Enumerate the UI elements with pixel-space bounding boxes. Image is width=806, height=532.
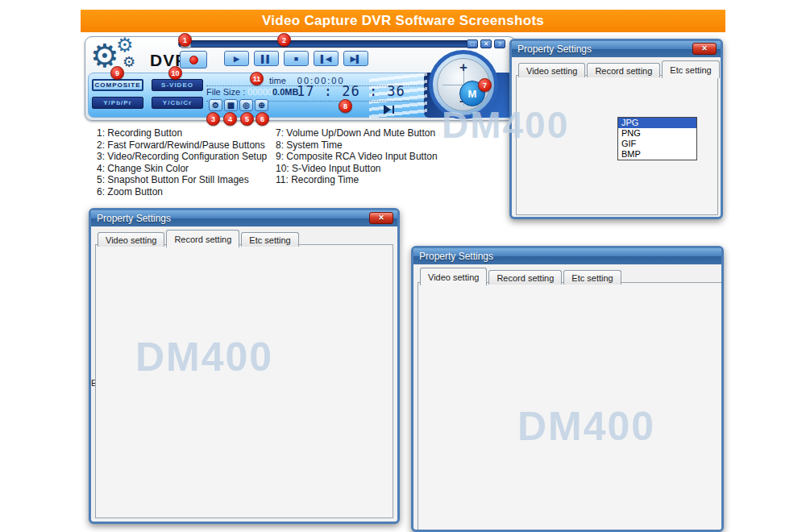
tab-video-setting[interactable]: Video setting	[98, 232, 164, 247]
legend-item: 10: S-Video Input Button	[276, 163, 438, 175]
legend-item: 3: Video/Recording Configuration Setup	[97, 151, 267, 163]
callout-6: 6	[256, 112, 269, 126]
file-size-zeros: 00000	[247, 87, 272, 97]
tab-etc-setting[interactable]: Etc setting	[662, 60, 719, 78]
option-gif[interactable]: GIF	[618, 139, 696, 149]
system-time: 17 : 26 : 36	[297, 83, 405, 99]
property-settings-video-window: Property Settings Video settingRecord se…	[411, 246, 724, 532]
legend-right-column: 7: Volume Up/Down And Mute Button 8: Sys…	[276, 127, 438, 186]
window-title: Property Settings	[419, 251, 493, 262]
rewind-button[interactable]: ▌◀	[314, 51, 339, 66]
record-icon	[189, 56, 198, 64]
transport-controls: ▶ ▌▌ ■ ▌◀ ▶▌	[224, 51, 451, 67]
callout-9: 9	[110, 66, 124, 80]
pause-button[interactable]: ▌▌	[254, 51, 279, 66]
tab-video-setting[interactable]: Video setting	[518, 63, 585, 77]
window-titlebar[interactable]: Property Settings ✕	[512, 41, 721, 57]
callout-1: 1	[178, 33, 192, 47]
configuration-button[interactable]: ⚙	[209, 99, 222, 111]
zoom-button[interactable]: ⊕	[255, 99, 268, 111]
window-titlebar[interactable]: Property Settings	[413, 248, 721, 264]
window-titlebar[interactable]: Property Settings ✕	[91, 210, 397, 227]
tab-record-setting[interactable]: Record setting	[587, 63, 660, 77]
image-type-dropdown-list: JPG PNG GIF BMP	[617, 117, 697, 160]
legend-item: 8: System Time	[276, 139, 438, 152]
page-title: Video Capture DVR Software Screenshots	[81, 10, 725, 32]
legend-left-column: 1: Recording Button 2: Fast Forward/Rewi…	[97, 127, 267, 198]
legend-item: 4: Change Skin Color	[97, 163, 267, 175]
dvr-player-window: ⚙ ⚙ ⚙ DVR □ ✕ ? ▶ ▌▌ ■ ▌◀ ▶▌ COMPOSITE S…	[85, 36, 516, 121]
legend-item: 11: Recording Time	[276, 174, 438, 186]
option-bmp[interactable]: BMP	[618, 149, 696, 160]
file-size: File Size : 000000.0MB	[206, 87, 298, 97]
window-title: Property Settings	[517, 44, 592, 55]
callout-8: 8	[339, 99, 352, 113]
option-png[interactable]: PNG	[618, 128, 696, 139]
ycbcr-input-button[interactable]: Y/Cb/Cr	[152, 97, 203, 109]
record-button[interactable]	[180, 51, 207, 69]
callout-11: 11	[250, 72, 264, 85]
skin-color-button[interactable]: ▦	[224, 99, 238, 111]
help-button[interactable]: ?	[494, 39, 505, 48]
tab-record-setting[interactable]: Record setting	[488, 270, 562, 285]
snapshot-button[interactable]: ◎	[239, 99, 253, 111]
speaker-icon	[384, 105, 391, 114]
tab-record-setting[interactable]: Record setting	[166, 230, 239, 247]
tab-etc-setting[interactable]: Etc setting	[563, 270, 621, 285]
tab-strip: Video settingRecord settingEtc setting	[518, 60, 721, 76]
volume-up-button[interactable]: +	[438, 60, 489, 76]
tab-strip: Video settingRecord settingEtc setting	[98, 229, 301, 245]
close-icon[interactable]: ✕	[480, 39, 492, 48]
screenshot: Video Capture DVR Software Screenshots ⚙…	[0, 0, 806, 532]
callout-10: 10	[168, 66, 182, 80]
window-title: Property Settings	[97, 213, 171, 224]
legend-item: 7: Volume Up/Down And Mute Button	[276, 127, 438, 139]
stop-button[interactable]: ■	[284, 51, 309, 66]
option-jpg[interactable]: JPG	[618, 118, 696, 128]
legend-item: 6: Zoom Button	[97, 186, 267, 198]
callout-4: 4	[223, 112, 237, 126]
legend-item: 1: Recording Button	[97, 127, 267, 139]
ypbpr-input-button[interactable]: Y/Pb/Pr	[92, 97, 143, 109]
svideo-input-button[interactable]: S-VIDEO	[152, 79, 203, 91]
callout-7: 7	[478, 78, 492, 92]
tab-etc-setting[interactable]: Etc setting	[241, 232, 298, 247]
callout-2: 2	[277, 33, 291, 47]
legend-item: 2: Fast Forward/Rewind/Pause Buttons	[97, 139, 267, 152]
play-button[interactable]: ▶	[224, 51, 249, 66]
seek-bar[interactable]	[178, 40, 478, 48]
speaker-icon-bar	[393, 106, 394, 114]
property-settings-etc-window: Property Settings ✕ Video settingRecord …	[509, 39, 723, 219]
tab-strip: Video settingRecord settingEtc setting	[420, 267, 623, 283]
callout-3: 3	[206, 112, 220, 126]
legend-item: 9: Composite RCA Video Input Button	[276, 151, 438, 163]
tab-video-setting[interactable]: Video setting	[420, 268, 487, 285]
minimize-button[interactable]: □	[467, 39, 478, 48]
close-icon[interactable]: ✕	[369, 212, 393, 224]
callout-5: 5	[240, 112, 254, 126]
property-settings-record-window: Property Settings ✕ Video settingRecord …	[89, 208, 400, 524]
close-icon[interactable]: ✕	[692, 43, 717, 55]
tab-page	[95, 244, 393, 518]
tab-page	[418, 282, 724, 532]
fast-forward-button[interactable]: ▶▌	[343, 51, 368, 66]
legend-item: 5: Snapshot Button For Still Images	[97, 174, 267, 186]
composite-input-button[interactable]: COMPOSITE	[92, 79, 143, 91]
file-size-value: 0.0MB	[272, 87, 298, 97]
